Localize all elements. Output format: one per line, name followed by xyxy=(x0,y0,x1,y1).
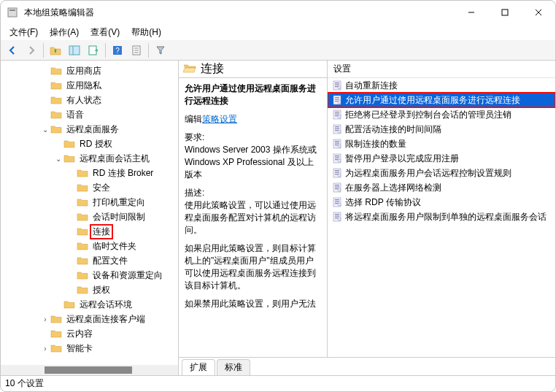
folder-icon xyxy=(77,285,88,295)
list-item[interactable]: 限制连接的数量 xyxy=(328,137,555,151)
tab-extended[interactable]: 扩展 xyxy=(182,359,215,375)
tree-item[interactable]: 会话时间限制 xyxy=(1,210,178,224)
content: 应用商店应用隐私有人状态语音⌄远程桌面服务RD 授权⌄远程桌面会话主机RD 连接… xyxy=(1,61,555,375)
tree-item[interactable]: 连接 xyxy=(1,224,178,239)
tree-item[interactable]: 有人状态 xyxy=(1,93,178,107)
tree-item[interactable]: ›远程桌面连接客户端 xyxy=(1,312,178,326)
tree-item[interactable]: ⌄远程桌面服务 xyxy=(1,122,178,137)
svg-point-34 xyxy=(338,130,341,133)
close-button[interactable] xyxy=(522,1,555,24)
tree-item[interactable]: 临时文件夹 xyxy=(1,239,178,253)
tree[interactable]: 应用商店应用隐私有人状态语音⌄远程桌面服务RD 授权⌄远程桌面会话主机RD 连接… xyxy=(1,61,178,365)
nav-forward-button[interactable] xyxy=(23,42,40,58)
chevron-down-icon[interactable]: ⌄ xyxy=(40,126,50,134)
tree-item[interactable]: 设备和资源重定向 xyxy=(1,268,178,283)
svg-point-39 xyxy=(338,145,341,147)
svg-rect-17 xyxy=(335,85,339,85)
list-item-label: 配置活动连接的时间间隔 xyxy=(345,123,441,136)
list-item[interactable]: 配置活动连接的时间间隔 xyxy=(328,122,555,137)
folder-icon xyxy=(77,212,88,222)
list-item[interactable]: 选择 RDP 传输协议 xyxy=(328,195,555,210)
tree-item-label: 智能卡 xyxy=(65,342,94,355)
folder-icon xyxy=(77,168,88,178)
chevron-right-icon[interactable]: › xyxy=(40,315,50,323)
tree-item[interactable]: 安全 xyxy=(1,180,178,195)
status-bar: 10 个设置 xyxy=(1,375,555,391)
menu-help[interactable]: 帮助(H) xyxy=(126,25,167,40)
svg-rect-16 xyxy=(335,82,339,83)
up-folder-button[interactable] xyxy=(47,42,64,58)
list-item[interactable]: 在服务器上选择网络检测 xyxy=(328,180,555,195)
edit-policy-link[interactable]: 策略设置 xyxy=(202,114,237,124)
properties-button[interactable] xyxy=(128,42,145,58)
separator xyxy=(43,43,44,58)
menu-view[interactable]: 查看(V) xyxy=(85,25,126,40)
folder-icon xyxy=(50,314,62,324)
chevron-right-icon[interactable]: › xyxy=(40,345,50,353)
list-item[interactable]: 允许用户通过使用远程桌面服务进行远程连接 xyxy=(328,93,555,107)
tree-item[interactable]: 配置文件 xyxy=(1,253,178,268)
tree-item-label: 远程会话环境 xyxy=(78,299,134,311)
svg-rect-6 xyxy=(69,46,80,55)
tree-item-label: 设备和资源重定向 xyxy=(91,269,164,282)
folder-icon xyxy=(50,328,62,339)
folder-icon xyxy=(63,153,75,164)
list-column-header[interactable]: 设置 xyxy=(328,61,555,78)
tree-item[interactable]: RD 连接 Broker xyxy=(1,166,178,180)
folder-icon xyxy=(77,226,88,237)
tree-item-label: 语音 xyxy=(65,109,85,121)
menu-action[interactable]: 操作(A) xyxy=(44,25,85,40)
status-text: 10 个设置 xyxy=(5,377,44,390)
tree-item[interactable]: RD 授权 xyxy=(1,137,178,151)
tab-standard[interactable]: 标准 xyxy=(217,359,250,375)
svg-rect-46 xyxy=(335,170,339,171)
list-item[interactable]: 暂停用户登录以完成应用注册 xyxy=(328,151,555,166)
svg-rect-51 xyxy=(335,185,339,185)
tree-item[interactable]: ›智能卡 xyxy=(1,341,178,356)
policy-icon xyxy=(332,139,342,149)
list-item[interactable]: 将远程桌面服务用户限制到单独的远程桌面服务会话 xyxy=(328,210,555,224)
show-hide-tree-button[interactable] xyxy=(66,42,83,58)
folder-icon xyxy=(50,95,62,105)
policy-icon xyxy=(332,153,342,164)
list-item[interactable]: 自动重新连接 xyxy=(328,78,555,93)
svg-rect-41 xyxy=(335,155,339,156)
tree-item[interactable]: 云内容 xyxy=(1,326,178,341)
minimize-button[interactable] xyxy=(455,1,488,24)
svg-rect-26 xyxy=(335,112,339,112)
folder-open-icon xyxy=(183,63,196,76)
policy-icon xyxy=(332,80,342,91)
svg-point-54 xyxy=(338,188,341,191)
settings-list[interactable]: 自动重新连接允许用户通过使用远程桌面服务进行远程连接拒绝将已经登录到控制台会话的… xyxy=(328,78,555,357)
tree-item[interactable]: 打印机重定向 xyxy=(1,195,178,210)
chevron-down-icon[interactable]: ⌄ xyxy=(53,155,63,163)
filter-button[interactable] xyxy=(152,42,169,58)
tree-item[interactable]: 授权 xyxy=(1,283,178,297)
tree-item[interactable]: 远程会话环境 xyxy=(1,297,178,312)
maximize-button[interactable] xyxy=(488,1,522,24)
policy-icon xyxy=(332,212,342,222)
policy-icon xyxy=(332,182,342,193)
tree-item-label: 应用隐私 xyxy=(65,80,103,92)
export-list-button[interactable] xyxy=(85,42,102,58)
tree-item[interactable]: ⌄远程桌面会话主机 xyxy=(1,151,178,166)
menu-file[interactable]: 文件(F) xyxy=(4,25,44,40)
titlebar: 本地组策略编辑器 xyxy=(1,1,555,24)
tree-h-scrollbar[interactable] xyxy=(1,365,178,375)
list-item-label: 自动重新连接 xyxy=(345,80,398,92)
separator xyxy=(105,43,106,58)
folder-icon xyxy=(63,299,75,310)
detail-header: 连接 xyxy=(179,61,327,78)
tree-item[interactable]: 应用商店 xyxy=(1,64,178,78)
tree-item-label: 连接 xyxy=(91,226,112,238)
requirement-label: 要求: xyxy=(185,131,321,144)
tree-item[interactable]: 语音 xyxy=(1,107,178,122)
right-pane: 连接 允许用户通过使用远程桌面服务进行远程连接 编辑策略设置 要求:Window… xyxy=(179,61,555,375)
nav-back-button[interactable] xyxy=(4,42,21,58)
list-item[interactable]: 拒绝将已经登录到控制台会话的管理员注销 xyxy=(328,107,555,122)
folder-icon xyxy=(77,241,88,251)
list-item[interactable]: 为远程桌面服务用户会话远程控制设置规则 xyxy=(328,166,555,180)
tree-item[interactable]: 应用隐私 xyxy=(1,78,178,93)
help-button[interactable]: ? xyxy=(109,42,126,58)
detail-tabs: 扩展 标准 xyxy=(179,358,555,375)
